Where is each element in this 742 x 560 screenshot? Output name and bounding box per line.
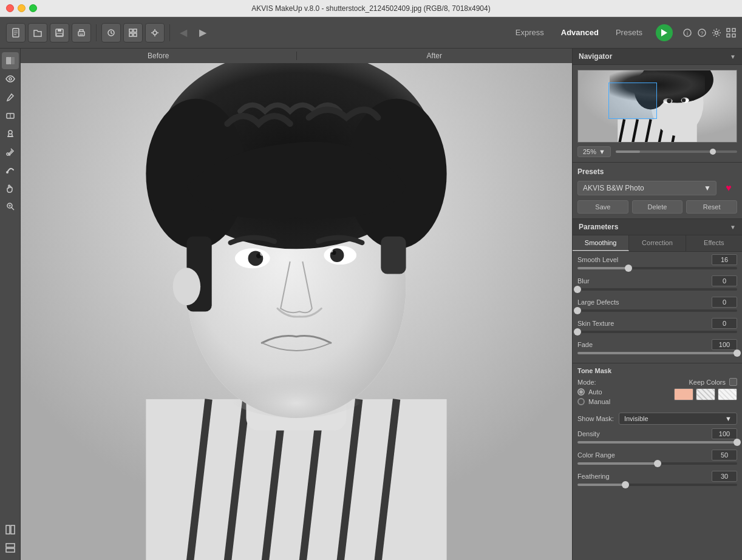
swatch-lighter[interactable] bbox=[718, 388, 737, 400]
advanced-tab[interactable]: Advanced bbox=[553, 24, 607, 41]
density-slider[interactable] bbox=[577, 441, 737, 444]
stamp-btn[interactable] bbox=[2, 125, 19, 142]
svg-rect-24 bbox=[732, 34, 735, 37]
svg-rect-26 bbox=[11, 57, 15, 64]
info-button[interactable]: i bbox=[682, 28, 692, 38]
fade-slider[interactable] bbox=[577, 352, 737, 354]
eye-tool-btn[interactable] bbox=[2, 70, 19, 87]
minimize-button[interactable] bbox=[18, 4, 26, 12]
svg-point-14 bbox=[153, 31, 157, 35]
mode-tabs: Express Advanced Presets bbox=[507, 24, 651, 41]
svg-rect-21 bbox=[727, 29, 730, 32]
color-range-input[interactable] bbox=[712, 450, 737, 460]
show-mask-arrow: ▼ bbox=[725, 415, 732, 422]
zoom-slider[interactable] bbox=[616, 150, 737, 153]
blur-input[interactable] bbox=[712, 275, 737, 286]
grid-button[interactable] bbox=[726, 28, 736, 38]
color-range-slider[interactable] bbox=[577, 462, 737, 465]
forward-button[interactable]: ▶ bbox=[194, 24, 211, 41]
blur-slider[interactable] bbox=[577, 288, 737, 291]
canvas-image[interactable] bbox=[21, 63, 572, 560]
nav-viewport[interactable] bbox=[608, 83, 657, 119]
skin-texture-slider[interactable] bbox=[577, 331, 737, 333]
plugin1-button[interactable] bbox=[123, 23, 143, 42]
batch-button[interactable] bbox=[101, 23, 121, 42]
blur-thumb[interactable] bbox=[574, 286, 581, 293]
print-button[interactable] bbox=[72, 23, 91, 42]
window-title: AKVIS MakeUp v.8.0 - shutterstock_212450… bbox=[251, 4, 490, 13]
correction-tab[interactable]: Correction bbox=[629, 235, 686, 251]
effects-tab[interactable]: Effects bbox=[686, 235, 742, 251]
smooth-level-input[interactable] bbox=[712, 254, 737, 265]
large-defects-slider[interactable] bbox=[577, 309, 737, 312]
zoom-display[interactable]: 25% ▼ bbox=[577, 146, 611, 157]
navigator-thumbnail[interactable] bbox=[577, 70, 737, 143]
manual-radio[interactable] bbox=[577, 398, 585, 405]
compare-mode-btn[interactable] bbox=[2, 539, 19, 556]
density-input[interactable] bbox=[712, 428, 737, 439]
hand-btn[interactable] bbox=[2, 180, 19, 197]
color-range-label: Color Range bbox=[577, 451, 615, 459]
presets-tab[interactable]: Presets bbox=[607, 24, 651, 41]
view-mode-btn[interactable] bbox=[2, 521, 19, 538]
window-controls[interactable] bbox=[6, 4, 37, 12]
large-defects-input[interactable] bbox=[712, 297, 737, 308]
svg-rect-12 bbox=[129, 33, 132, 36]
zoom-btn[interactable] bbox=[2, 198, 19, 215]
mode-label: Mode: bbox=[577, 379, 596, 386]
help-button[interactable]: ? bbox=[697, 28, 707, 38]
fade-thumb[interactable] bbox=[733, 349, 741, 357]
density-thumb[interactable] bbox=[733, 439, 741, 446]
swatch-skin[interactable] bbox=[674, 388, 693, 400]
save-preset-btn[interactable]: Save bbox=[577, 200, 628, 214]
show-mask-dropdown[interactable]: Invisible ▼ bbox=[619, 413, 737, 425]
paint-btn[interactable] bbox=[2, 161, 19, 178]
skin-texture-input[interactable] bbox=[712, 318, 737, 329]
feathering-thumb[interactable] bbox=[622, 481, 629, 488]
express-tab[interactable]: Express bbox=[507, 24, 553, 41]
feathering-row: Feathering bbox=[577, 471, 737, 486]
fade-input[interactable] bbox=[712, 339, 737, 350]
svg-rect-25 bbox=[6, 57, 10, 64]
delete-preset-btn[interactable]: Delete bbox=[632, 200, 683, 214]
parameters-header[interactable]: Parameters ▼ bbox=[573, 219, 742, 235]
brush-pencil-btn[interactable] bbox=[2, 89, 19, 106]
reset-preset-btn[interactable]: Reset bbox=[686, 200, 737, 214]
large-defects-thumb[interactable] bbox=[574, 307, 581, 314]
preset-current-value: AKVIS B&W Photo bbox=[583, 184, 644, 192]
navigator-header[interactable]: Navigator ▼ bbox=[573, 49, 742, 65]
zoom-slider-thumb[interactable] bbox=[710, 149, 716, 155]
auto-radio-row[interactable]: Auto bbox=[577, 388, 610, 396]
parameters-title: Parameters bbox=[579, 223, 618, 231]
new-button[interactable] bbox=[6, 23, 26, 42]
maximize-button[interactable] bbox=[29, 4, 37, 12]
eraser-btn[interactable] bbox=[2, 107, 19, 124]
swatch-light[interactable] bbox=[696, 388, 715, 400]
close-button[interactable] bbox=[6, 4, 14, 12]
dropper-btn[interactable] bbox=[2, 143, 19, 160]
favorite-button[interactable]: ♥ bbox=[720, 180, 737, 197]
back-button[interactable]: ◀ bbox=[175, 24, 192, 41]
skin-texture-thumb[interactable] bbox=[574, 328, 581, 336]
play-button[interactable] bbox=[656, 24, 673, 41]
plugin2-button[interactable] bbox=[145, 23, 165, 42]
feathering-slider[interactable] bbox=[577, 484, 737, 486]
smooth-level-thumb[interactable] bbox=[625, 265, 632, 272]
smooth-level-slider[interactable] bbox=[577, 267, 737, 269]
preset-dropdown[interactable]: AKVIS B&W Photo ▼ bbox=[577, 181, 716, 195]
svg-point-67 bbox=[330, 249, 333, 252]
compare-tool-btn[interactable] bbox=[2, 52, 19, 69]
save-button[interactable] bbox=[50, 23, 69, 42]
color-range-thumb[interactable] bbox=[654, 460, 661, 467]
feathering-input[interactable] bbox=[712, 471, 737, 482]
keep-colors-row: Keep Colors bbox=[689, 378, 737, 386]
keep-colors-checkbox[interactable] bbox=[729, 378, 737, 386]
settings-button[interactable] bbox=[712, 28, 721, 38]
svg-rect-6 bbox=[56, 33, 63, 36]
open-button[interactable] bbox=[28, 23, 47, 42]
tools-sidebar bbox=[0, 49, 21, 560]
smoothing-tab[interactable]: Smoothing bbox=[573, 235, 629, 251]
manual-radio-row[interactable]: Manual bbox=[577, 398, 610, 405]
auto-radio[interactable] bbox=[577, 388, 585, 396]
svg-point-31 bbox=[9, 130, 12, 134]
